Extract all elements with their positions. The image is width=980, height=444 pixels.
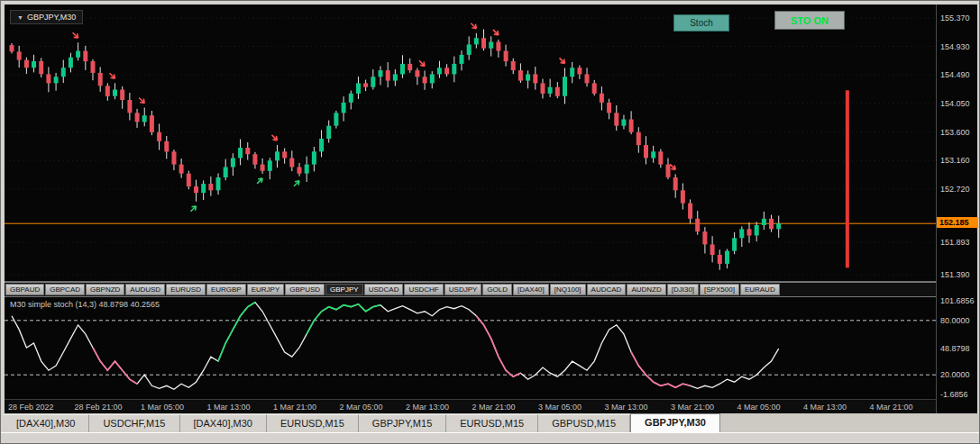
time-axis-label: 2 Mar 13:00	[406, 403, 449, 412]
sell-arrow-icon	[419, 60, 425, 66]
candle	[518, 70, 523, 81]
chart-tab-gbpusd-m15[interactable]: GBPUSD,M15	[538, 414, 630, 432]
symbol-button-usdchf[interactable]: USDCHF	[404, 284, 443, 295]
symbol-button-eurgbp[interactable]: EURGBP	[206, 284, 246, 295]
stoch-panel[interactable]: M30 simple stoch (14,3) 48.8798 40.2565	[5, 297, 936, 399]
symbol-button-euraud[interactable]: EURAUD	[740, 284, 780, 295]
stoch-axis-label: 48.8798	[940, 344, 970, 353]
symbol-button-gbpnzd[interactable]: GBPNZD	[86, 284, 124, 295]
symbol-button-gbpaud[interactable]: GBPAUD	[5, 284, 44, 295]
symbol-period-label: GBPJPY,M30	[27, 13, 76, 22]
stoch-button[interactable]: Stoch	[673, 14, 729, 32]
candle	[629, 120, 634, 132]
price-axis-label: 153.600	[940, 128, 970, 137]
candle	[437, 68, 442, 74]
symbol-button-gbpjpy[interactable]: GBPJPY	[325, 284, 363, 295]
price-axis-label: 155.370	[940, 14, 970, 23]
price-axis-label: 151.893	[940, 238, 970, 247]
chart-tab--dax40--m30[interactable]: [DAX40],M30	[180, 414, 267, 432]
stoch-axis-label: -1.6856	[940, 390, 968, 399]
chart-tab-eurusd-m15[interactable]: EURUSD,M15	[446, 414, 538, 432]
chevron-down-icon: ▼	[17, 14, 23, 21]
candle	[747, 229, 752, 235]
time-axis-label: 2 Mar 05:00	[340, 403, 383, 412]
chart-tab--dax40--m30[interactable]: [DAX40],M30	[3, 414, 89, 432]
candle	[275, 151, 279, 160]
symbol-strip: GBPAUDGBPCADGBPNZDAUDUSDEURUSDEURGBPEURJ…	[5, 282, 936, 297]
candle	[187, 174, 191, 186]
symbol-button-eurjpy[interactable]: EURJPY	[247, 284, 285, 295]
symbol-button-gbpcad[interactable]: GBPCAD	[45, 284, 85, 295]
candle	[342, 103, 346, 113]
candle	[76, 51, 80, 58]
symbol-button-nq100[interactable]: [NQ100]	[550, 284, 586, 295]
candle	[621, 120, 626, 126]
candle	[755, 225, 759, 236]
stoch-axis-label: 101.6856	[940, 296, 975, 305]
candle	[555, 87, 560, 96]
candle	[474, 38, 479, 44]
price-axis[interactable]: 155.370154.930154.490154.050153.600153.1…	[936, 5, 977, 413]
candle	[231, 159, 235, 168]
indicator-label: M30 simple stoch (14,3) 48.8798 40.2565	[10, 300, 160, 309]
symbol-button-audnzd[interactable]: AUDNZD	[627, 284, 665, 295]
candle	[467, 44, 472, 55]
candle	[208, 184, 213, 190]
main-chart-panel[interactable]: ▼ GBPJPY,M30 Stoch STO ON	[5, 5, 936, 282]
candle	[400, 64, 405, 75]
candle	[718, 255, 722, 264]
candle	[776, 223, 781, 229]
symbol-button-audcad[interactable]: AUDCAD	[587, 284, 627, 295]
candle	[312, 151, 316, 164]
chart-tab-eurusd-m15[interactable]: EURUSD,M15	[267, 414, 359, 432]
candle	[46, 74, 50, 83]
candle	[194, 186, 198, 193]
time-axis-label: 1 Mar 21:00	[273, 403, 316, 412]
candle	[408, 64, 412, 70]
time-axis-label: 4 Mar 05:00	[737, 403, 781, 412]
candle	[282, 151, 287, 158]
chart-tab-gbpjpy-m30[interactable]: GBPJPY,M30	[630, 413, 720, 432]
symbol-button-gold[interactable]: GOLD	[482, 284, 512, 295]
candle	[120, 90, 124, 101]
candle	[179, 165, 184, 174]
symbol-button-usdcad[interactable]: USDCAD	[364, 284, 404, 295]
candle	[83, 51, 87, 62]
symbol-button-dax40[interactable]: [DAX40]	[513, 284, 549, 295]
stoch-chart	[5, 297, 936, 399]
candle	[135, 113, 140, 122]
candle	[150, 115, 154, 132]
time-axis-label: 3 Mar 13:00	[605, 403, 648, 412]
price-axis-label: 154.930	[940, 42, 970, 51]
candle	[98, 73, 103, 86]
symbol-button-dji30[interactable]: [DJI30]	[667, 284, 699, 295]
symbol-button-eurusd[interactable]: EURUSD	[166, 284, 206, 295]
stoch-axis-label: 80.0000	[940, 316, 970, 325]
symbol-button-audusd[interactable]: AUDUSD	[125, 284, 165, 295]
candle	[481, 38, 486, 49]
symbol-period-chip[interactable]: ▼ GBPJPY,M30	[10, 10, 83, 24]
stoch-down-segment	[476, 316, 520, 376]
symbol-button-spx500[interactable]: [SPX500]	[700, 284, 739, 295]
candle	[681, 190, 685, 203]
candle	[289, 159, 294, 168]
time-axis[interactable]: 28 Feb 202228 Feb 21:001 Mar 05:001 Mar …	[5, 399, 936, 413]
chart-tab-usdchf-m15[interactable]: USDCHF,M15	[89, 414, 179, 432]
candle	[24, 60, 29, 68]
candle	[54, 77, 59, 83]
candle	[298, 168, 302, 174]
symbol-button-gbpusd[interactable]: GBPUSD	[285, 284, 325, 295]
candle	[666, 165, 671, 177]
symbol-button-usdjpy[interactable]: USDJPY	[444, 284, 482, 295]
candle	[577, 68, 582, 74]
price-axis-label: 153.160	[940, 156, 970, 165]
buy-arrow-icon	[257, 178, 262, 184]
candle	[710, 245, 715, 256]
sell-arrow-icon	[271, 135, 277, 140]
candle	[17, 51, 22, 59]
chart-tab-gbpjpy-m15[interactable]: GBPJPY,M15	[359, 414, 446, 432]
candle	[216, 177, 221, 190]
candle	[762, 219, 766, 225]
candle	[585, 74, 590, 83]
sto-on-button[interactable]: STO ON	[774, 11, 845, 30]
